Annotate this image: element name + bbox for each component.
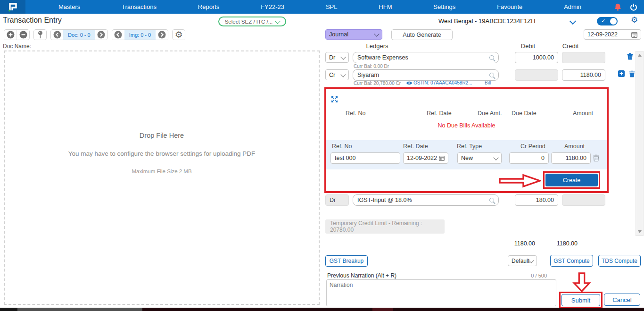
- scroll-up-icon[interactable]: [638, 54, 642, 57]
- create-button[interactable]: Create: [545, 174, 598, 186]
- pin-button[interactable]: [33, 29, 47, 40]
- ref-type-dropdown[interactable]: New: [457, 152, 502, 164]
- cr-period-input[interactable]: [509, 152, 549, 164]
- nav-item-spl[interactable]: SPL: [326, 3, 338, 10]
- mode-toggle[interactable]: ✓: [597, 17, 618, 25]
- compute-mode-value: Default: [512, 258, 529, 264]
- due-header-due-amt: Due Amt.: [478, 110, 502, 117]
- chevron-right-circle-icon: [158, 31, 166, 39]
- chevron-down-icon: [275, 18, 281, 24]
- app-logo[interactable]: [0, 0, 25, 14]
- chevron-left-circle-icon: [114, 31, 122, 39]
- doc-counter: Doc: 0 - 0: [63, 29, 95, 40]
- img-prev-button[interactable]: [112, 30, 124, 40]
- row1-ledger-search[interactable]: Software Expenses: [353, 52, 499, 63]
- nav-item-masters[interactable]: Masters: [58, 3, 80, 10]
- page-settings-gear-icon[interactable]: ⚙: [631, 16, 638, 24]
- document-toolbar: Doc: 0 - 0 Img: 0 - 0 ⚙: [4, 29, 185, 40]
- row2-gstin[interactable]: GSTIN: 07AAACA0458R2...: [406, 80, 472, 85]
- row3-drcr-disabled: Dr: [325, 194, 349, 206]
- row3-credit-disabled: [562, 194, 605, 206]
- row2-credit-input[interactable]: [562, 69, 605, 81]
- row3-ledger-search[interactable]: IGST-Input @ 18.0%: [353, 194, 499, 206]
- nav-item-reports[interactable]: Reports: [198, 3, 220, 10]
- ref-header-ref-date: Ref. Date: [403, 143, 428, 150]
- narration-textarea[interactable]: [326, 279, 556, 306]
- submit-button[interactable]: Submit: [561, 294, 600, 306]
- due-header-ref-date: Ref. Date: [427, 110, 452, 117]
- calendar-icon: [439, 155, 445, 161]
- doc-prev-button[interactable]: [51, 30, 63, 40]
- file-dropzone[interactable]: Drop File Here You may have to configure…: [4, 50, 320, 305]
- bottom-scrollbar-thumb[interactable]: [17, 308, 142, 311]
- doc-next-button[interactable]: [95, 30, 107, 40]
- expand-panel-button[interactable]: [331, 96, 338, 105]
- plus-square-icon: [618, 70, 625, 77]
- doc-settings-button[interactable]: ⚙: [172, 29, 185, 40]
- voucher-type-dropdown[interactable]: Journal: [325, 29, 382, 40]
- temporary-credit-limit-note: Temporary Credit Limit - Remaining : 207…: [325, 219, 445, 234]
- voucher-date-field[interactable]: 12-09-2022: [584, 29, 641, 40]
- debit-column-label: Debit: [512, 42, 545, 50]
- ref-header-ref-type: Ref. Type: [457, 143, 482, 150]
- row2-ledger-search[interactable]: Siyaram: [353, 69, 499, 81]
- cancel-button[interactable]: Cancel: [604, 294, 640, 306]
- add-row-button[interactable]: [618, 70, 625, 79]
- chevron-down-icon: [340, 54, 346, 59]
- nav-item-favourite[interactable]: Favourite: [497, 3, 522, 10]
- ref-amount-input[interactable]: [551, 152, 591, 164]
- ledgers-column-label: Ledgers: [363, 42, 391, 50]
- ref-date-value: 12-09-2022: [407, 155, 437, 161]
- row2-delete-button[interactable]: [629, 70, 635, 79]
- nav-item-admin[interactable]: Admin: [564, 3, 581, 10]
- trash-icon: [629, 70, 635, 77]
- ledger-scrollbar[interactable]: [636, 51, 644, 236]
- branch-chevron-down-icon[interactable]: [570, 18, 576, 25]
- top-navbar: Masters Transactions Reports FY22-23 SPL…: [0, 0, 644, 14]
- row1-credit-disabled: [562, 52, 605, 63]
- nav-item-transactions[interactable]: Transactions: [122, 3, 157, 10]
- gst-breakup-button[interactable]: GST Breakup: [325, 255, 368, 267]
- bill-link[interactable]: Bill: [485, 80, 491, 85]
- zoom-out-button[interactable]: [17, 30, 29, 40]
- row2-drcr-value: Cr: [329, 72, 335, 78]
- sez-itc-dropdown[interactable]: Select SEZ / ITC /...: [218, 17, 286, 26]
- gst-compute-button[interactable]: GST Compute: [550, 255, 593, 267]
- nav-item-hfm[interactable]: HFM: [379, 3, 392, 10]
- total-credit: 1180.00: [541, 240, 578, 247]
- auto-generate-button[interactable]: Auto Generate: [391, 29, 453, 40]
- ref-delete-button[interactable]: [593, 154, 599, 163]
- nav-item-fy22-23[interactable]: FY22-23: [261, 3, 284, 10]
- pin-icon: [38, 31, 43, 39]
- ref-no-input[interactable]: [330, 152, 400, 164]
- notifications-bell-icon[interactable]: [614, 3, 621, 11]
- submit-highlight-box: Submit: [559, 292, 603, 309]
- chevron-down-icon: [528, 258, 534, 263]
- search-icon: [489, 73, 494, 77]
- page-title: Transaction Entry: [3, 16, 62, 25]
- row1-delete-button[interactable]: [627, 53, 633, 62]
- total-debit: 1180.00: [499, 240, 535, 247]
- row3-debit-input[interactable]: [515, 194, 558, 206]
- check-icon: ✓: [601, 18, 605, 24]
- gstin-value: GSTIN: 07AAACA0458R2...: [413, 80, 472, 85]
- img-counter: Img: 0 - 0: [124, 29, 156, 40]
- compute-mode-dropdown[interactable]: Default: [508, 255, 537, 266]
- row1-ledger-value: Software Expenses: [357, 54, 408, 61]
- row1-drcr-dropdown[interactable]: Dr: [325, 52, 349, 63]
- scroll-down-icon[interactable]: [638, 230, 642, 233]
- ref-date-field[interactable]: 12-09-2022: [403, 152, 448, 164]
- calendar-icon: [631, 32, 637, 38]
- zoom-group: [4, 29, 30, 40]
- power-icon[interactable]: [630, 3, 637, 11]
- toggle-knob: [610, 18, 617, 25]
- img-next-button[interactable]: [156, 30, 168, 40]
- tds-compute-button[interactable]: TDS Compute: [598, 255, 641, 267]
- nav-item-settings[interactable]: Settings: [433, 3, 455, 10]
- row2-drcr-dropdown[interactable]: Cr: [325, 69, 349, 80]
- branch-gstin-label: West Bengal - 19ABCDE1234F1ZH: [438, 17, 536, 25]
- row1-debit-input[interactable]: [515, 52, 558, 63]
- zoom-in-button[interactable]: [4, 30, 17, 40]
- due-header-due-date: Due Date: [512, 110, 537, 117]
- voucher-type-value: Journal: [329, 31, 348, 38]
